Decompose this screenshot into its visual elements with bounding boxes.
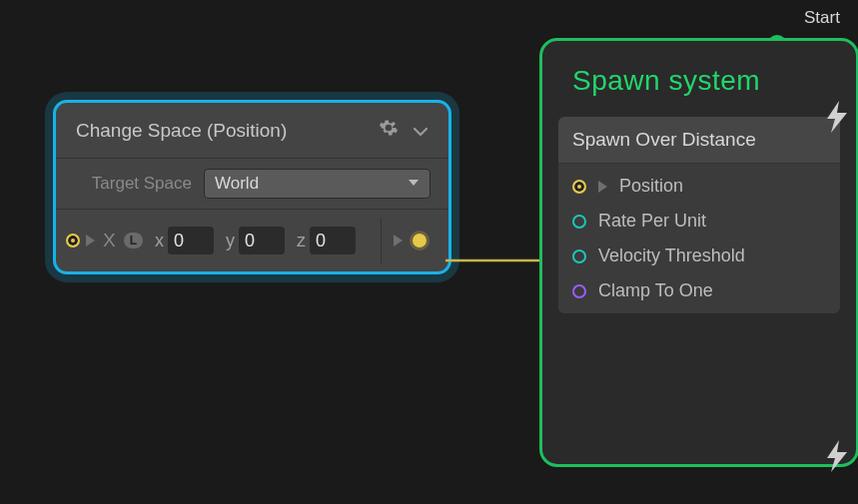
node-change-space[interactable]: Change Space (Position) Target Space Wor… <box>53 100 451 274</box>
lightning-icon <box>824 101 850 133</box>
y-input[interactable] <box>239 227 285 254</box>
spawn-row-label: Position <box>619 176 683 197</box>
target-space-label: Target Space <box>74 174 204 194</box>
node-title: Change Space (Position) <box>76 120 379 142</box>
input-port[interactable] <box>572 215 586 229</box>
spawn-title: Spawn system <box>542 41 856 107</box>
target-space-value: World <box>215 174 259 194</box>
spawn-row[interactable]: Velocity Threshold <box>572 246 826 266</box>
node-header[interactable]: Change Space (Position) <box>56 103 448 159</box>
lightning-icon <box>824 440 850 472</box>
input-port[interactable] <box>572 180 586 194</box>
target-space-select[interactable]: World <box>204 169 430 199</box>
spawn-system-panel[interactable]: Spawn system Spawn Over Distance Positio… <box>539 38 858 467</box>
spawn-row[interactable]: Clamp To One <box>572 280 826 301</box>
play-icon <box>598 181 607 193</box>
input-port[interactable] <box>66 234 80 248</box>
x-label: x <box>155 231 164 252</box>
chevron-down-icon[interactable] <box>413 123 429 139</box>
svg-point-0 <box>392 122 395 125</box>
input-port[interactable] <box>572 284 586 298</box>
start-label: Start <box>804 8 840 28</box>
spawn-row-label: Velocity Threshold <box>598 246 745 266</box>
output-section <box>381 218 438 263</box>
x-input[interactable] <box>168 227 214 254</box>
vector-label: X <box>103 230 116 252</box>
spawn-row[interactable]: Position <box>572 176 826 197</box>
play-icon <box>394 235 403 247</box>
spawn-row[interactable]: Rate Per Unit <box>572 211 826 232</box>
spawn-body: PositionRate Per UnitVelocity ThresholdC… <box>558 164 840 313</box>
output-port[interactable] <box>413 234 427 248</box>
gear-icon[interactable] <box>379 118 399 143</box>
y-label: y <box>226 231 235 252</box>
local-badge: L <box>124 233 143 249</box>
spawn-subheader[interactable]: Spawn Over Distance <box>558 117 840 164</box>
dropdown-caret-icon <box>408 174 420 194</box>
input-port[interactable] <box>572 250 586 263</box>
z-label: z <box>297 231 306 252</box>
spawn-row-label: Rate Per Unit <box>598 211 706 232</box>
target-space-row: Target Space World <box>56 159 448 210</box>
play-icon <box>86 235 95 247</box>
vector-input-row: X L x y z <box>56 210 448 271</box>
z-input[interactable] <box>310 227 356 254</box>
spawn-row-label: Clamp To One <box>598 280 713 301</box>
